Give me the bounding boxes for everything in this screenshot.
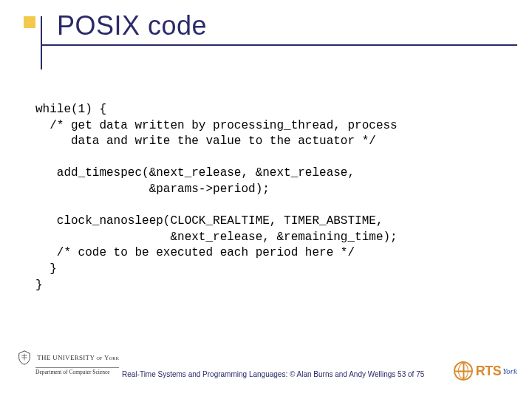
slide-title: POSIX code [57,10,207,41]
university-name: THE UNIVERSITY of York [37,354,119,362]
globe-icon [454,361,473,381]
footer: THE UNIVERSITY of York Department of Com… [0,355,532,392]
university-logo: THE UNIVERSITY of York Department of Com… [16,349,119,375]
rts-logo: RTS York [454,361,517,381]
crest-icon [16,349,33,366]
department-name: Department of Computer Science [35,367,119,375]
code-block: while(1) { /* get data written by proces… [35,102,398,293]
rts-subtext: York [502,366,517,375]
credit-line: Real-Time Systems and Programming Langua… [122,370,443,378]
accent-square [24,16,35,28]
rts-text: RTS [476,364,502,379]
slide: POSIX code while(1) { /* get data writte… [0,0,532,399]
title-bar: POSIX code [41,10,517,46]
